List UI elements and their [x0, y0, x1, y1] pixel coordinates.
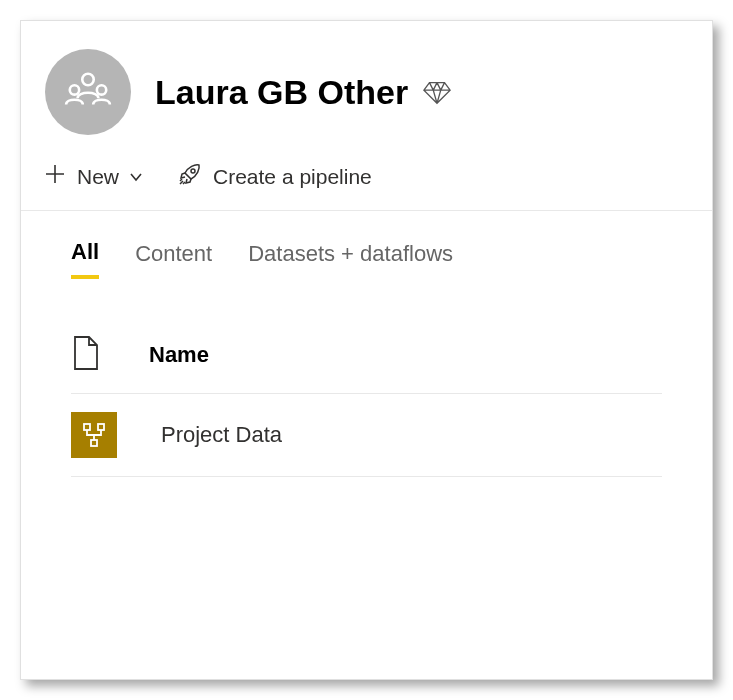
tabs: All Content Datasets + dataflows: [21, 211, 712, 279]
new-button-label: New: [77, 165, 119, 189]
svg-rect-5: [98, 424, 104, 430]
svg-point-3: [191, 169, 195, 173]
toolbar: New Create a pipeline: [21, 153, 712, 211]
workspace-header: Laura GB Other: [21, 21, 712, 153]
tab-datasets-dataflows[interactable]: Datasets + dataflows: [248, 239, 453, 279]
chevron-down-icon: [129, 165, 143, 189]
tab-all[interactable]: All: [71, 239, 99, 279]
row-item-name: Project Data: [161, 422, 282, 448]
create-pipeline-label: Create a pipeline: [213, 165, 372, 189]
svg-point-2: [97, 85, 106, 94]
workspace-title-wrap: Laura GB Other: [155, 73, 452, 112]
new-button[interactable]: New: [43, 162, 143, 191]
table-row[interactable]: Project Data: [71, 394, 662, 477]
content-table: Name Project Data: [21, 279, 712, 477]
people-icon: [63, 67, 113, 117]
file-icon: [71, 335, 101, 375]
tab-content[interactable]: Content: [135, 239, 212, 279]
create-pipeline-button[interactable]: Create a pipeline: [177, 161, 372, 192]
dataflow-icon: [71, 412, 117, 458]
rocket-icon: [177, 161, 203, 192]
svg-rect-4: [84, 424, 90, 430]
page-title: Laura GB Other: [155, 73, 408, 112]
workspace-avatar: [45, 49, 131, 135]
svg-point-1: [70, 85, 79, 94]
table-header: Name: [71, 335, 662, 394]
svg-point-0: [82, 74, 93, 85]
plus-icon: [43, 162, 67, 191]
premium-diamond-icon: [422, 77, 452, 107]
workspace-panel: Laura GB Other New: [20, 20, 713, 680]
svg-rect-6: [91, 440, 97, 446]
column-header-name[interactable]: Name: [149, 342, 209, 368]
